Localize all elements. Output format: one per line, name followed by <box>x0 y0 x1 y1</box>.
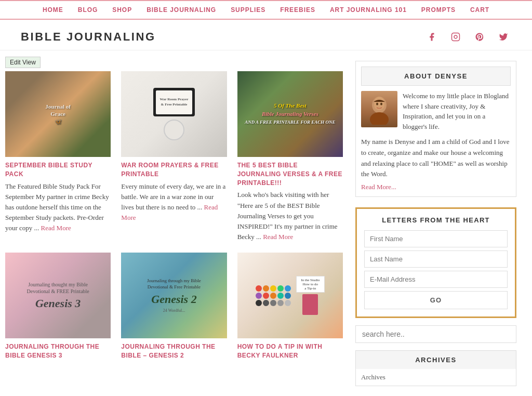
last-name-input[interactable] <box>364 250 508 268</box>
nav-shop[interactable]: SHOP <box>112 6 132 14</box>
instagram-icon[interactable] <box>448 29 463 45</box>
archives-title: ARCHIVES <box>356 351 516 369</box>
post-title-tipin: HOW TO DO A TIP IN WITH BECKY FAULKNER <box>237 342 343 360</box>
nav-cart[interactable]: CART <box>470 6 489 14</box>
post-excerpt-verses: Look who's back visiting with her "Here … <box>237 190 343 242</box>
svg-point-4 <box>370 112 389 125</box>
post-card-genesis3[interactable]: Journaling thought my BibleDevotional & … <box>5 253 111 363</box>
nav-freebies[interactable]: FREEBIES <box>280 6 315 14</box>
sidebar: ABOUT DENYSE <box>355 61 516 386</box>
post-image-verses: 5 Of The BestBible Journaling VersesAND … <box>237 71 343 157</box>
post-excerpt-september: The Featured Bible Study Pack For Septem… <box>5 181 111 234</box>
main-nav: HOME BLOG SHOP BIBLE JOURNALING SUPPLIES… <box>0 0 532 20</box>
post-title-september: SEPTEMBER BIBLE STUDY PACK <box>5 161 111 179</box>
post-image-september: Journal ofGrace🦋 <box>5 71 111 157</box>
post-excerpt-warroom: Every minute of every day, we are in a b… <box>121 181 227 223</box>
post-title-genesis2: JOURNALING THROUGH THE BIBLE – GENESIS 2 <box>121 342 227 360</box>
read-more-warroom[interactable]: Read More <box>121 203 218 221</box>
read-more-september[interactable]: Read More <box>41 224 71 232</box>
page-title: BIBLE JOURNALING <box>21 30 156 44</box>
nav-prompts[interactable]: PROMPTS <box>421 6 456 14</box>
about-inner: Welcome to my little place in Blogland w… <box>361 91 511 131</box>
pinterest-icon[interactable] <box>472 29 487 45</box>
go-button[interactable]: GO <box>364 291 508 309</box>
post-title-genesis3: JOURNALING THROUGH THE BIBLE GENESIS 3 <box>5 342 111 360</box>
post-image-genesis3: Journaling thought my BibleDevotional & … <box>5 253 111 338</box>
post-image-genesis2: Journaling through my BibleDevotional & … <box>121 253 227 338</box>
nav-art-journaling[interactable]: ART JOURNALING 101 <box>330 6 407 14</box>
about-full-text: My name is Denyse and I am a child of Go… <box>361 137 511 180</box>
archives-section: ARCHIVES Archives <box>355 350 516 386</box>
post-title-verses: THE 5 BEST BIBLE JOURNALING VERSES & A F… <box>237 161 343 187</box>
post-card-verses[interactable]: 5 Of The BestBible Journaling VersesAND … <box>237 71 343 242</box>
nav-bible-journaling[interactable]: BIBLE JOURNALING <box>147 6 216 14</box>
facebook-icon[interactable] <box>424 29 440 45</box>
about-read-more-link[interactable]: Read More... <box>361 183 396 191</box>
edit-view-button[interactable]: Edit View <box>5 57 41 68</box>
avatar <box>361 91 397 127</box>
svg-point-7 <box>380 103 382 105</box>
post-card-tipin[interactable]: In the StudioHow to doa Tip-in HOW TO DO… <box>237 253 343 363</box>
about-intro-text: Welcome to my little place in Blogland w… <box>403 91 511 131</box>
nav-supplies[interactable]: SUPPLIES <box>231 6 265 14</box>
read-more-verses[interactable]: Read More <box>263 233 293 241</box>
search-input[interactable] <box>362 330 510 338</box>
email-input[interactable] <box>364 271 508 288</box>
about-title: ABOUT DENYSE <box>361 67 511 86</box>
page-header: BIBLE JOURNALING <box>0 20 532 50</box>
newsletter-section: LETTERS FROM THE HEART GO <box>355 207 516 318</box>
search-section <box>355 325 516 343</box>
svg-point-6 <box>376 103 378 105</box>
laptop-decoration: War Room Prayer& Free Printable <box>153 88 195 116</box>
twitter-icon[interactable] <box>496 29 511 45</box>
post-card-warroom[interactable]: War Room Prayer& Free Printable WAR ROOM… <box>121 71 227 242</box>
about-section: ABOUT DENYSE <box>355 61 516 197</box>
first-name-input[interactable] <box>364 230 508 247</box>
main-container: Edit View Journal ofGrace🦋 SEPTEMBER BIB… <box>0 50 532 396</box>
post-card-genesis2[interactable]: Journaling through my BibleDevotional & … <box>121 253 227 363</box>
nav-home[interactable]: HOME <box>43 6 63 14</box>
nav-blog[interactable]: BLOG <box>78 6 98 14</box>
svg-rect-0 <box>452 33 460 41</box>
archives-content: Archives <box>356 369 516 386</box>
post-image-tipin: In the StudioHow to doa Tip-in <box>237 253 343 338</box>
content-area: Edit View Journal ofGrace🦋 SEPTEMBER BIB… <box>5 61 343 386</box>
post-title-warroom: WAR ROOM PRAYERS & FREE PRINTABLE <box>121 161 227 179</box>
newsletter-title: LETTERS FROM THE HEART <box>364 216 508 224</box>
social-icons-group <box>424 29 511 45</box>
post-image-warroom: War Room Prayer& Free Printable <box>121 71 227 157</box>
post-card-september[interactable]: Journal ofGrace🦋 SEPTEMBER BIBLE STUDY P… <box>5 71 111 242</box>
posts-grid: Journal ofGrace🦋 SEPTEMBER BIBLE STUDY P… <box>5 61 343 363</box>
